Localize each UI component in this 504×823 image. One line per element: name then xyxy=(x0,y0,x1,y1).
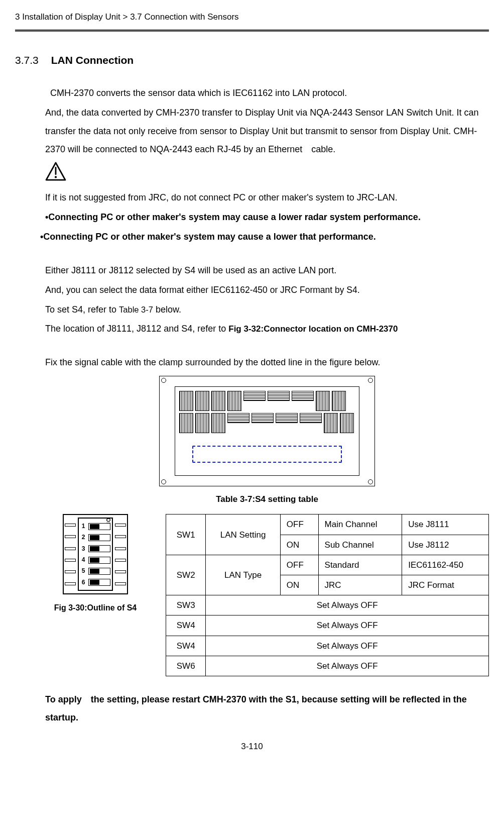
cell-use: Use J8112 xyxy=(402,535,489,555)
cell-sw-label: SW4 xyxy=(166,636,206,656)
table-row: SW2 LAN Type OFF Standard IEC61162-450 xyxy=(166,555,489,575)
body-content: CMH-2370 converts the sensor data which … xyxy=(15,84,489,727)
cell-name: Sub Channel xyxy=(318,535,402,555)
table-row: SW4 Set Always OFF xyxy=(166,615,489,636)
cell-sw-label: SW3 xyxy=(166,595,206,615)
table-row: SW6 Set Always OFF xyxy=(166,656,489,676)
text-fragment: you can select the data format either IE… xyxy=(66,285,357,295)
cell-sw-label: SW2 xyxy=(166,555,206,595)
cell-sw-label: SW1 xyxy=(166,515,206,555)
warning-bullet-2: •Connecting PC or other maker's system m… xyxy=(40,228,489,246)
header-rule-thin xyxy=(15,31,489,32)
dip-switch-figure: ON 1 2 3 4 5 6 Fig 3-30:Outline of S4 xyxy=(45,514,146,614)
text-fragment: To set S4, refer to xyxy=(45,304,119,315)
cell-state: ON xyxy=(280,535,318,555)
warning-icon xyxy=(45,162,489,185)
table-row: SW3 Set Always OFF xyxy=(166,595,489,615)
dip-num: 4 xyxy=(80,555,86,565)
warning-bullet-1: •Connecting PC or other maker's system m… xyxy=(45,208,489,227)
cell-name: JRC xyxy=(318,575,402,595)
paragraph-port: Either J8111 or J8112 selected by S4 wil… xyxy=(45,261,489,280)
page-number: 3-110 xyxy=(15,740,489,753)
apply-note: To apply the setting, please restart CMH… xyxy=(45,690,489,727)
paragraph-format: And, you can select the data format eith… xyxy=(45,281,489,299)
dip-num: 3 xyxy=(80,544,86,554)
table-row: SW4 Set Always OFF xyxy=(166,636,489,656)
cell-note: Set Always OFF xyxy=(206,636,489,656)
dip-num: 2 xyxy=(80,533,86,542)
dip-num: 5 xyxy=(80,566,86,576)
section-number: 3.7.3 xyxy=(15,54,39,66)
cell-use: Use J8111 xyxy=(402,515,489,535)
cell-sw-desc: LAN Setting xyxy=(206,515,281,555)
fig-ref-bold: Fig 3-32:Connector location on CMH-2370 xyxy=(228,324,398,334)
cell-use: IEC61162-450 xyxy=(402,555,489,575)
paragraph-fig-ref: The location of J8111, J8112 and S4, ref… xyxy=(45,320,489,338)
svg-point-2 xyxy=(55,176,57,178)
dip-figure-caption: Fig 3-30:Outline of S4 xyxy=(45,601,146,614)
dotted-clamp-outline xyxy=(192,446,342,463)
cell-sw-label: SW4 xyxy=(166,615,206,636)
cell-name: Standard xyxy=(318,555,402,575)
cell-state: OFF xyxy=(280,515,318,535)
cell-note: Set Always OFF xyxy=(206,656,489,676)
dip-num: 1 xyxy=(80,522,86,531)
warning-line: If it is not suggested from JRC, do not … xyxy=(45,188,489,207)
cell-note: Set Always OFF xyxy=(206,615,489,636)
table-row: SW1 LAN Setting OFF Main Channel Use J81… xyxy=(166,515,489,535)
cell-note: Set Always OFF xyxy=(206,595,489,615)
text-fragment: Table 3-7 xyxy=(119,305,153,314)
paragraph-table-ref: To set S4, refer to Table 3-7 below. xyxy=(45,300,489,319)
text-fragment: below. xyxy=(153,304,181,315)
paragraph-intro-1: CMH-2370 converts the sensor data which … xyxy=(45,84,489,102)
cell-name: Main Channel xyxy=(318,515,402,535)
cell-state: OFF xyxy=(280,555,318,575)
text-fragment: The location of J8111, J8112 and S4, ref… xyxy=(45,324,228,334)
section-title: LAN Connection xyxy=(51,54,134,66)
text-fragment: And, xyxy=(45,285,66,295)
header-rule-thick xyxy=(15,30,489,31)
cell-use: JRC Format xyxy=(402,575,489,595)
paragraph-intro-2: And, the data converted by CMH-2370 tran… xyxy=(45,104,489,159)
cell-state: ON xyxy=(280,575,318,595)
table-caption: Table 3-7:S4 setting table xyxy=(45,492,489,506)
text-fragment: . xyxy=(357,285,360,295)
s4-setting-table: SW1 LAN Setting OFF Main Channel Use J81… xyxy=(166,514,489,676)
paragraph-clamp: Fix the signal cable with the clamp surr… xyxy=(45,353,489,372)
cell-sw-desc: LAN Type xyxy=(206,555,281,595)
breadcrumb: 3 Installation of Display Unit > 3.7 Con… xyxy=(15,10,489,29)
cell-sw-label: SW6 xyxy=(166,656,206,676)
dip-num: 6 xyxy=(80,578,86,587)
section-heading: 3.7.3LAN Connection xyxy=(15,52,489,69)
board-figure xyxy=(45,376,489,486)
